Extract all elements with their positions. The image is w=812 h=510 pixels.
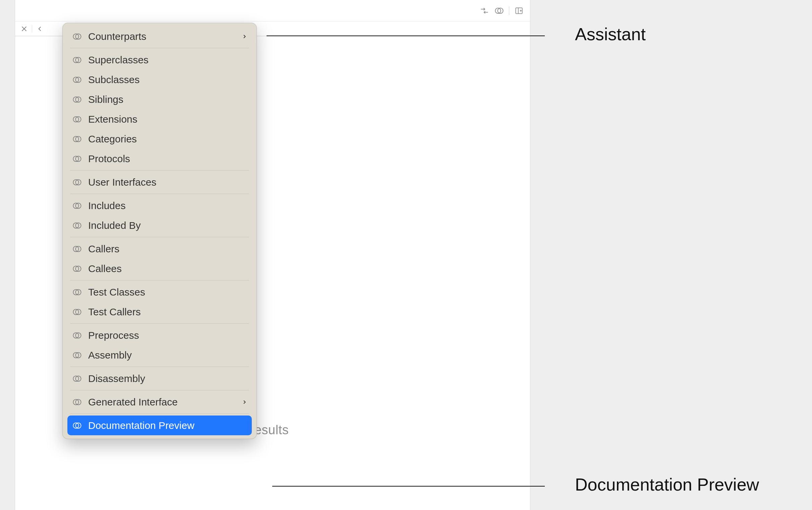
menu-separator <box>70 280 249 280</box>
menu-item-label: Preprocess <box>88 330 139 341</box>
menu-separator <box>70 390 249 390</box>
menu-item-label: User Interfaces <box>88 177 156 188</box>
menu-item-extensions[interactable]: Extensions <box>67 109 252 129</box>
circles-icon <box>72 134 82 144</box>
menu-separator <box>70 194 249 194</box>
editor-top-toolbar <box>15 0 530 22</box>
circles-icon <box>72 264 82 274</box>
menu-item-siblings[interactable]: Siblings <box>67 89 252 109</box>
menu-item-counterparts[interactable]: Counterparts <box>67 27 252 46</box>
menu-item-label: Counterparts <box>88 31 146 42</box>
annotation-line-docpreview <box>272 486 545 486</box>
menu-item-label: Generated Interface <box>88 396 178 408</box>
menu-item-label: Assembly <box>88 350 132 361</box>
circles-icon <box>72 244 82 254</box>
annotation-label-assistant: Assistant <box>575 24 646 44</box>
menu-item-documentation-preview[interactable]: Documentation Preview <box>67 416 252 435</box>
menu-separator <box>70 237 249 237</box>
menu-item-label: Siblings <box>88 94 123 105</box>
menu-item-generated-interface[interactable]: Generated Interface <box>67 392 252 412</box>
circles-icon <box>72 201 82 211</box>
circles-icon <box>72 31 82 41</box>
menu-separator <box>70 48 249 48</box>
menu-separator <box>70 170 249 171</box>
menu-item-label: Documentation Preview <box>88 420 195 431</box>
close-icon[interactable] <box>19 24 29 34</box>
circles-icon <box>72 421 82 430</box>
menu-item-label: Subclasses <box>88 74 140 85</box>
step-icon[interactable] <box>480 6 490 16</box>
circles-icon <box>72 55 82 65</box>
menu-item-label: Included By <box>88 220 141 231</box>
menu-separator <box>70 367 249 367</box>
menu-item-assembly[interactable]: Assembly <box>67 345 252 365</box>
chevron-right-icon <box>242 33 247 40</box>
menu-separator <box>70 414 249 414</box>
menu-item-label: Categories <box>88 133 137 145</box>
menu-item-protocols[interactable]: Protocols <box>67 149 252 169</box>
menu-item-label: Test Classes <box>88 287 145 298</box>
menu-item-test-classes[interactable]: Test Classes <box>67 282 252 302</box>
circles-icon <box>72 114 82 124</box>
add-editor-icon[interactable] <box>514 6 524 16</box>
circles-icon <box>72 177 82 187</box>
menu-item-superclasses[interactable]: Superclasses <box>67 50 252 70</box>
back-chevron-icon[interactable] <box>35 24 45 34</box>
menu-item-preprocess[interactable]: Preprocess <box>67 325 252 345</box>
circles-icon <box>72 220 82 231</box>
menu-item-categories[interactable]: Categories <box>67 129 252 149</box>
menu-item-subclasses[interactable]: Subclasses <box>67 70 252 89</box>
circles-icon <box>72 350 82 360</box>
circles-icon <box>72 330 82 340</box>
circles-icon <box>72 94 82 104</box>
menu-item-label: Superclasses <box>88 54 148 66</box>
chevron-right-icon <box>242 398 247 406</box>
assistant-categories-menu: CounterpartsSuperclassesSubclassesSiblin… <box>62 23 257 439</box>
circles-icon <box>72 75 82 85</box>
menu-item-callers[interactable]: Callers <box>67 239 252 259</box>
circles-icon <box>72 154 82 164</box>
menu-item-includes[interactable]: Includes <box>67 196 252 215</box>
menu-separator <box>70 323 249 324</box>
assistant-circles-icon[interactable] <box>494 6 504 16</box>
circles-icon <box>72 307 82 317</box>
pathbar-divider <box>32 25 32 32</box>
menu-item-user-interfaces[interactable]: User Interfaces <box>67 172 252 192</box>
annotation-line-assistant <box>266 35 545 36</box>
menu-item-label: Test Callers <box>88 306 141 318</box>
toolbar-divider <box>509 6 509 15</box>
menu-item-included-by[interactable]: Included By <box>67 215 252 235</box>
menu-item-label: Extensions <box>88 114 138 125</box>
circles-icon <box>72 373 82 384</box>
menu-item-label: Includes <box>88 200 126 211</box>
menu-item-label: Callees <box>88 263 122 274</box>
circles-icon <box>72 397 82 407</box>
menu-item-test-callers[interactable]: Test Callers <box>67 302 252 322</box>
menu-item-label: Callers <box>88 243 119 255</box>
circles-icon <box>72 287 82 297</box>
menu-item-label: Protocols <box>88 153 130 164</box>
annotation-label-docpreview: Documentation Preview <box>575 475 759 494</box>
menu-item-callees[interactable]: Callees <box>67 259 252 278</box>
menu-item-disassembly[interactable]: Disassembly <box>67 368 252 388</box>
menu-item-label: Disassembly <box>88 373 145 384</box>
